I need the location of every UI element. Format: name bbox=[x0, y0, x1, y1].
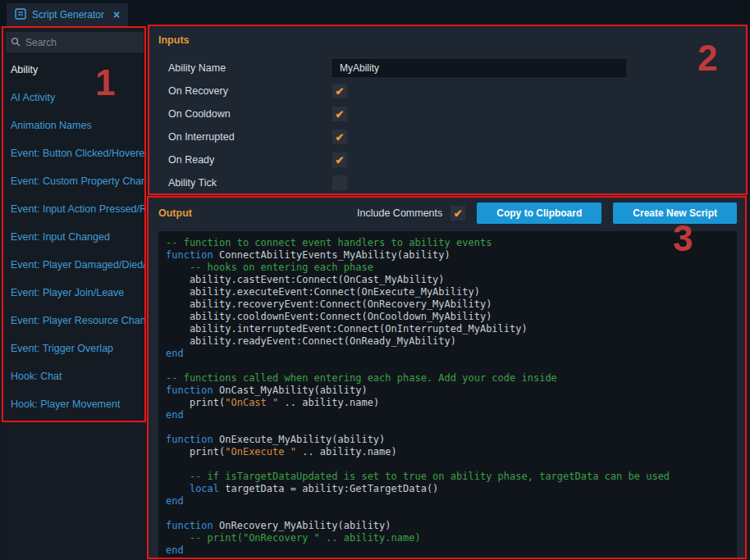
input-field-row: On Ready✔ bbox=[158, 148, 737, 171]
input-field-row: On Cooldown✔ bbox=[158, 102, 737, 125]
inputs-field-list: Ability NameOn Recovery✔On Cooldown✔On I… bbox=[158, 57, 737, 194]
sidebar-item[interactable]: Animation Names bbox=[3, 112, 146, 139]
field-label: On Recovery bbox=[168, 85, 332, 97]
check-icon: ✔ bbox=[336, 109, 345, 120]
code-line: end bbox=[166, 544, 729, 557]
code-line: -- print("OnRecovery " .. ability.name) bbox=[166, 532, 729, 544]
input-field-row: Ability Tick bbox=[158, 171, 737, 194]
sidebar-item[interactable]: Event: Player Resource Changed bbox=[3, 307, 146, 335]
code-line: function OnCast_MyAbility(ability) bbox=[166, 385, 729, 397]
field-label: On Interrupted bbox=[168, 131, 332, 143]
content-area: AbilityAI ActivityAnimation NamesEvent: … bbox=[0, 26, 750, 560]
input-field-row: On Interrupted✔ bbox=[158, 125, 737, 148]
output-header: Output Include Comments ✔ Copy to Clipbo… bbox=[158, 203, 737, 224]
field-label: On Ready bbox=[168, 154, 332, 166]
inputs-panel: Inputs Ability NameOn Recovery✔On Cooldo… bbox=[149, 26, 747, 194]
sidebar-item[interactable]: Hook: Player Movement bbox=[3, 390, 146, 418]
sidebar-item[interactable]: Event: Input Changed bbox=[3, 223, 146, 251]
code-line: end bbox=[166, 409, 729, 421]
search-icon bbox=[11, 35, 21, 50]
code-line: -- functions called when entering each p… bbox=[166, 372, 729, 385]
create-new-script-button[interactable]: Create New Script bbox=[613, 203, 737, 224]
check-icon: ✔ bbox=[336, 132, 345, 143]
sidebar-item[interactable]: AI Activity bbox=[3, 84, 146, 112]
script-generator-icon bbox=[15, 8, 26, 22]
field-checkbox[interactable]: ✔ bbox=[332, 153, 347, 167]
include-comments-checkbox[interactable]: ✔ bbox=[450, 206, 465, 221]
sidebar-item[interactable]: Ability bbox=[3, 56, 146, 84]
script-generator-window: Script Generator × AbilityAI ActivityAni… bbox=[0, 0, 750, 560]
code-line: ability.cooldownEvent:Connect(OnCooldown… bbox=[166, 311, 729, 323]
field-checkbox[interactable]: ✔ bbox=[332, 107, 347, 121]
code-line: print("OnCast " .. ability.name) bbox=[166, 397, 729, 409]
field-checkbox[interactable]: ✔ bbox=[332, 130, 347, 144]
input-field-row: On Recovery✔ bbox=[158, 80, 737, 102]
tab-script-generator[interactable]: Script Generator × bbox=[7, 3, 128, 26]
field-checkbox[interactable] bbox=[332, 175, 347, 190]
sidebar-item[interactable]: Event: Player Join/Leave bbox=[3, 279, 146, 307]
sidebar: AbilityAI ActivityAnimation NamesEvent: … bbox=[3, 26, 146, 560]
output-header-controls: Include Comments ✔ Copy to Clipboard Cre… bbox=[357, 203, 737, 224]
field-label: Ability Tick bbox=[168, 177, 332, 189]
code-line bbox=[166, 421, 729, 434]
code-line: end bbox=[166, 348, 729, 360]
code-line: print("OnExecute " .. ability.name) bbox=[166, 446, 729, 458]
code-line: -- hooks on entering each phase bbox=[166, 262, 729, 274]
check-icon: ✔ bbox=[454, 208, 463, 219]
sidebar-item[interactable]: Event: Custom Property Changed bbox=[3, 167, 146, 195]
code-line: ability.readyEvent:Connect(OnReady_MyAbi… bbox=[166, 335, 729, 348]
code-line: -- function to connect event handlers to… bbox=[166, 237, 729, 249]
code-line: ability.recoveryEvent:Connect(OnRecovery… bbox=[166, 298, 729, 311]
code-line bbox=[166, 508, 729, 520]
tab-label: Script Generator bbox=[32, 9, 104, 20]
input-field-row: Ability Name bbox=[158, 57, 737, 80]
code-line: function ConnectAbilityEvents_MyAbility(… bbox=[166, 249, 729, 262]
sidebar-item-list: AbilityAI ActivityAnimation NamesEvent: … bbox=[3, 56, 146, 418]
search-box[interactable] bbox=[6, 32, 144, 52]
field-label: On Cooldown bbox=[168, 108, 332, 120]
sidebar-item[interactable]: Event: Trigger Overlap bbox=[3, 335, 146, 362]
check-icon: ✔ bbox=[336, 86, 345, 97]
search-input[interactable] bbox=[25, 37, 139, 48]
code-line: end bbox=[166, 495, 729, 508]
include-comments-label: Include Comments bbox=[357, 207, 442, 219]
output-panel: Output Include Comments ✔ Copy to Clipbo… bbox=[149, 194, 747, 560]
inputs-title: Inputs bbox=[158, 34, 737, 46]
main-area: Inputs Ability NameOn Recovery✔On Cooldo… bbox=[149, 26, 747, 560]
code-line bbox=[166, 458, 729, 471]
sidebar-item[interactable]: Event: Input Action Pressed/Released bbox=[3, 195, 146, 223]
ability-name-input[interactable] bbox=[332, 59, 626, 77]
check-icon: ✔ bbox=[336, 155, 345, 166]
field-checkbox[interactable]: ✔ bbox=[332, 84, 347, 98]
code-output[interactable]: -- function to connect event handlers to… bbox=[158, 231, 737, 560]
field-label: Ability Name bbox=[168, 62, 332, 74]
code-line: -- if isTargetDataUpdated is set to true… bbox=[166, 471, 729, 483]
sidebar-item[interactable]: Event: Button Clicked/Hovered bbox=[3, 139, 146, 167]
code-line: ability.executeEvent:Connect(OnExecute_M… bbox=[166, 286, 729, 298]
code-line: ability.interruptedEvent:Connect(OnInter… bbox=[166, 323, 729, 335]
output-title: Output bbox=[158, 207, 192, 219]
code-line: ability.castEvent:Connect(OnCast_MyAbili… bbox=[166, 274, 729, 286]
tab-bar: Script Generator × bbox=[0, 0, 750, 26]
copy-to-clipboard-button[interactable]: Copy to Clipboard bbox=[477, 203, 601, 224]
code-line: local targetData = ability:GetTargetData… bbox=[166, 483, 729, 495]
sidebar-item[interactable]: Event: Player Damaged/Died/Respawn bbox=[3, 251, 146, 279]
tab-close-icon[interactable]: × bbox=[113, 8, 120, 21]
code-line bbox=[166, 360, 729, 372]
code-line: function OnExecute_MyAbility(ability) bbox=[166, 434, 729, 446]
sidebar-item[interactable]: Hook: Chat bbox=[3, 362, 146, 390]
code-line: function OnRecovery_MyAbility(ability) bbox=[166, 520, 729, 532]
